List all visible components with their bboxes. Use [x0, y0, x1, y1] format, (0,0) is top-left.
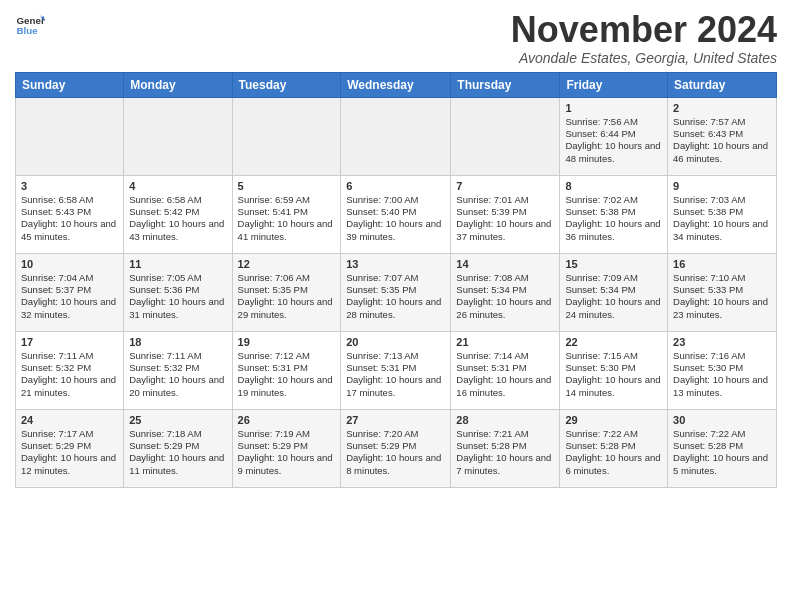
- cell-3-5: 14Sunrise: 7:08 AMSunset: 5:34 PMDayligh…: [451, 253, 560, 331]
- cell-info: Daylight: 10 hours and 8 minutes.: [346, 452, 445, 477]
- cell-info: Sunset: 5:34 PM: [565, 284, 662, 296]
- logo-icon: General Blue: [15, 10, 45, 40]
- cell-info: Sunset: 5:34 PM: [456, 284, 554, 296]
- cell-info: Sunrise: 7:22 AM: [565, 428, 662, 440]
- day-number: 3: [21, 180, 118, 192]
- cell-info: Sunset: 5:31 PM: [238, 362, 336, 374]
- day-number: 8: [565, 180, 662, 192]
- cell-info: Sunset: 5:33 PM: [673, 284, 771, 296]
- day-number: 26: [238, 414, 336, 426]
- cell-info: Daylight: 10 hours and 14 minutes.: [565, 374, 662, 399]
- cell-info: Sunset: 5:30 PM: [673, 362, 771, 374]
- cell-info: Sunset: 5:31 PM: [346, 362, 445, 374]
- header-row-days: Sunday Monday Tuesday Wednesday Thursday…: [16, 72, 777, 97]
- cell-info: Sunrise: 7:06 AM: [238, 272, 336, 284]
- cell-4-4: 20Sunrise: 7:13 AMSunset: 5:31 PMDayligh…: [341, 331, 451, 409]
- cell-4-6: 22Sunrise: 7:15 AMSunset: 5:30 PMDayligh…: [560, 331, 668, 409]
- cell-info: Daylight: 10 hours and 21 minutes.: [21, 374, 118, 399]
- cell-info: Sunset: 5:29 PM: [346, 440, 445, 452]
- day-number: 27: [346, 414, 445, 426]
- day-number: 21: [456, 336, 554, 348]
- cell-info: Sunrise: 7:22 AM: [673, 428, 771, 440]
- calendar-table: Sunday Monday Tuesday Wednesday Thursday…: [15, 72, 777, 488]
- cell-info: Sunset: 5:43 PM: [21, 206, 118, 218]
- cell-info: Sunrise: 7:09 AM: [565, 272, 662, 284]
- day-number: 29: [565, 414, 662, 426]
- day-number: 30: [673, 414, 771, 426]
- cell-info: Daylight: 10 hours and 41 minutes.: [238, 218, 336, 243]
- th-thursday: Thursday: [451, 72, 560, 97]
- cell-info: Sunset: 5:38 PM: [565, 206, 662, 218]
- cell-info: Sunrise: 6:58 AM: [21, 194, 118, 206]
- cell-info: Sunrise: 7:00 AM: [346, 194, 445, 206]
- cell-info: Sunrise: 7:16 AM: [673, 350, 771, 362]
- th-sunday: Sunday: [16, 72, 124, 97]
- cell-4-5: 21Sunrise: 7:14 AMSunset: 5:31 PMDayligh…: [451, 331, 560, 409]
- cell-info: Daylight: 10 hours and 36 minutes.: [565, 218, 662, 243]
- week-row-1: 1Sunrise: 7:56 AMSunset: 6:44 PMDaylight…: [16, 97, 777, 175]
- week-row-3: 10Sunrise: 7:04 AMSunset: 5:37 PMDayligh…: [16, 253, 777, 331]
- cell-info: Sunset: 5:31 PM: [456, 362, 554, 374]
- cell-info: Daylight: 10 hours and 12 minutes.: [21, 452, 118, 477]
- day-number: 4: [129, 180, 226, 192]
- cell-info: Sunrise: 7:04 AM: [21, 272, 118, 284]
- cell-2-6: 8Sunrise: 7:02 AMSunset: 5:38 PMDaylight…: [560, 175, 668, 253]
- svg-text:Blue: Blue: [17, 25, 39, 36]
- cell-1-5: [451, 97, 560, 175]
- month-title: November 2024: [511, 10, 777, 50]
- day-number: 15: [565, 258, 662, 270]
- location: Avondale Estates, Georgia, United States: [511, 50, 777, 66]
- cell-info: Sunset: 5:32 PM: [21, 362, 118, 374]
- cell-info: Sunset: 5:28 PM: [456, 440, 554, 452]
- day-number: 24: [21, 414, 118, 426]
- cell-info: Daylight: 10 hours and 28 minutes.: [346, 296, 445, 321]
- cell-3-6: 15Sunrise: 7:09 AMSunset: 5:34 PMDayligh…: [560, 253, 668, 331]
- cell-5-1: 24Sunrise: 7:17 AMSunset: 5:29 PMDayligh…: [16, 409, 124, 487]
- cell-info: Sunset: 5:42 PM: [129, 206, 226, 218]
- cell-info: Daylight: 10 hours and 39 minutes.: [346, 218, 445, 243]
- cell-info: Daylight: 10 hours and 16 minutes.: [456, 374, 554, 399]
- cell-info: Sunrise: 7:12 AM: [238, 350, 336, 362]
- cell-2-2: 4Sunrise: 6:58 AMSunset: 5:42 PMDaylight…: [124, 175, 232, 253]
- cell-info: Sunset: 5:38 PM: [673, 206, 771, 218]
- day-number: 22: [565, 336, 662, 348]
- cell-info: Daylight: 10 hours and 17 minutes.: [346, 374, 445, 399]
- cell-info: Daylight: 10 hours and 24 minutes.: [565, 296, 662, 321]
- cell-info: Sunrise: 7:10 AM: [673, 272, 771, 284]
- cell-info: Sunset: 5:30 PM: [565, 362, 662, 374]
- cell-info: Sunset: 6:44 PM: [565, 128, 662, 140]
- cell-info: Sunrise: 7:01 AM: [456, 194, 554, 206]
- cell-info: Sunrise: 7:03 AM: [673, 194, 771, 206]
- cell-5-5: 28Sunrise: 7:21 AMSunset: 5:28 PMDayligh…: [451, 409, 560, 487]
- day-number: 18: [129, 336, 226, 348]
- cell-info: Sunrise: 7:56 AM: [565, 116, 662, 128]
- day-number: 20: [346, 336, 445, 348]
- cell-4-3: 19Sunrise: 7:12 AMSunset: 5:31 PMDayligh…: [232, 331, 341, 409]
- th-tuesday: Tuesday: [232, 72, 341, 97]
- page-container: General Blue November 2024 Avondale Esta…: [0, 0, 792, 493]
- day-number: 10: [21, 258, 118, 270]
- logo: General Blue: [15, 10, 45, 40]
- cell-info: Sunset: 5:39 PM: [456, 206, 554, 218]
- cell-info: Daylight: 10 hours and 37 minutes.: [456, 218, 554, 243]
- cell-5-3: 26Sunrise: 7:19 AMSunset: 5:29 PMDayligh…: [232, 409, 341, 487]
- cell-1-7: 2Sunrise: 7:57 AMSunset: 6:43 PMDaylight…: [668, 97, 777, 175]
- cell-info: Sunset: 5:29 PM: [21, 440, 118, 452]
- cell-info: Sunrise: 7:02 AM: [565, 194, 662, 206]
- cell-4-2: 18Sunrise: 7:11 AMSunset: 5:32 PMDayligh…: [124, 331, 232, 409]
- cell-info: Sunrise: 7:18 AM: [129, 428, 226, 440]
- cell-info: Sunrise: 7:05 AM: [129, 272, 226, 284]
- cell-3-4: 13Sunrise: 7:07 AMSunset: 5:35 PMDayligh…: [341, 253, 451, 331]
- cell-info: Sunset: 5:29 PM: [129, 440, 226, 452]
- cell-info: Sunrise: 7:20 AM: [346, 428, 445, 440]
- cell-info: Daylight: 10 hours and 7 minutes.: [456, 452, 554, 477]
- cell-info: Daylight: 10 hours and 43 minutes.: [129, 218, 226, 243]
- cell-info: Sunset: 5:29 PM: [238, 440, 336, 452]
- day-number: 14: [456, 258, 554, 270]
- cell-info: Sunset: 5:36 PM: [129, 284, 226, 296]
- day-number: 12: [238, 258, 336, 270]
- cell-4-1: 17Sunrise: 7:11 AMSunset: 5:32 PMDayligh…: [16, 331, 124, 409]
- title-section: November 2024 Avondale Estates, Georgia,…: [511, 10, 777, 66]
- cell-3-2: 11Sunrise: 7:05 AMSunset: 5:36 PMDayligh…: [124, 253, 232, 331]
- cell-info: Sunrise: 7:13 AM: [346, 350, 445, 362]
